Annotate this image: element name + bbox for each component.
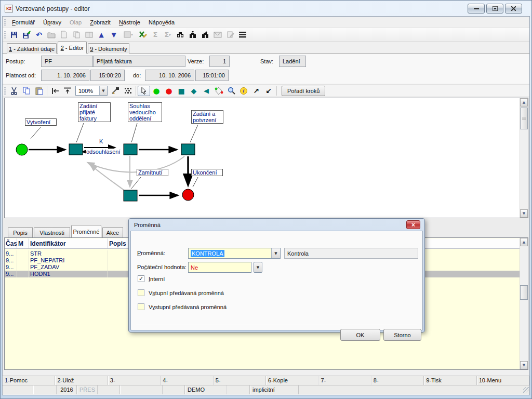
- tab-vlastnosti[interactable]: Vlastnosti: [34, 227, 70, 237]
- scrollbar-thumb[interactable]: [520, 285, 528, 300]
- decision-node-icon[interactable]: ◆: [188, 86, 200, 96]
- platnost-od-time-field[interactable]: 15:00:20: [90, 70, 125, 81]
- title-bar[interactable]: KZ Verzované postupy - editor: [3, 1, 529, 16]
- save-icon[interactable]: [8, 30, 20, 40]
- workflow-canvas[interactable]: Vytvoření Zadání přijaté faktury Souhlas…: [4, 98, 528, 218]
- node-label-vytvoreni[interactable]: Vytvoření: [25, 118, 57, 126]
- close-icon[interactable]: ×: [406, 220, 420, 229]
- start-node-icon[interactable]: ●: [150, 86, 163, 96]
- align-top-icon[interactable]: [61, 86, 74, 96]
- undo-icon[interactable]: ↶: [33, 30, 45, 40]
- platnost-do-time-field[interactable]: 15:01:00: [195, 70, 229, 81]
- verze-field[interactable]: 1: [209, 56, 230, 67]
- scroll-down-icon[interactable]: ▼: [520, 361, 528, 369]
- zoom-tool-icon[interactable]: [225, 86, 237, 96]
- tab-akce[interactable]: Akce: [102, 227, 123, 237]
- restore-button[interactable]: [486, 4, 503, 14]
- fkey-7[interactable]: 7-: [318, 376, 371, 385]
- subprocess-node-icon[interactable]: ◀: [200, 86, 212, 96]
- link-forward-icon[interactable]: ↗: [250, 86, 262, 96]
- copy-icon[interactable]: [20, 86, 33, 96]
- vstupni-checkbox[interactable]: [138, 289, 144, 296]
- chevron-down-icon[interactable]: ▼: [254, 262, 262, 273]
- start-node[interactable]: [16, 144, 28, 155]
- save-as-icon[interactable]: [20, 30, 33, 40]
- properties-icon[interactable]: [109, 86, 122, 96]
- stav-field[interactable]: Ladění: [279, 56, 306, 67]
- tab-promenne[interactable]: Proměnné: [71, 225, 101, 237]
- condition-node-icon[interactable]: [212, 86, 225, 96]
- tab-zakladni-udaje[interactable]: 1 - Základní údaje: [7, 43, 57, 54]
- bitmap-icon[interactable]: [122, 86, 134, 96]
- diagram-scrollbar[interactable]: ▲ ▼: [520, 98, 528, 218]
- tab-popis[interactable]: Popis: [8, 227, 33, 237]
- promenna-dialog[interactable]: Proměnná × Proměnná: KONTROLA ▼ Kontrola…: [128, 218, 425, 332]
- fkey-10[interactable]: 10-Menu: [477, 376, 529, 385]
- edge-label-odsouhlaseni[interactable]: odsouhlasení: [86, 149, 121, 155]
- select-cursor-icon[interactable]: [138, 86, 150, 96]
- activity-node-zadani[interactable]: [69, 144, 83, 155]
- end-node[interactable]: [182, 189, 194, 201]
- ok-button[interactable]: OK: [340, 329, 380, 341]
- platnost-do-date-field[interactable]: 10. 10. 2006: [145, 70, 194, 81]
- promenna-combo[interactable]: KONTROLA ▼: [188, 248, 281, 259]
- find-next-icon[interactable]: [187, 30, 199, 40]
- find-prev-icon[interactable]: [199, 30, 211, 40]
- cut-icon[interactable]: [8, 86, 20, 96]
- scroll-up-icon[interactable]: ▲: [520, 98, 528, 107]
- scroll-down-icon[interactable]: ▼: [520, 209, 528, 218]
- fkey-1[interactable]: 1-Pomoc: [3, 376, 55, 385]
- close-button[interactable]: [505, 4, 522, 14]
- menu-item-napoveda[interactable]: Nápověda: [144, 18, 179, 27]
- menu-item-zobrazit[interactable]: Zobrazit: [86, 18, 115, 27]
- tab-editor[interactable]: 2 - Editor: [58, 42, 87, 54]
- minimize-button[interactable]: [468, 4, 485, 14]
- platnost-od-date-field[interactable]: 1. 10. 2006: [41, 70, 89, 81]
- scrollbar-thumb[interactable]: [520, 108, 528, 129]
- end-node-icon[interactable]: ●: [163, 86, 175, 96]
- zoom-select[interactable]: 100% ▼: [75, 86, 108, 96]
- dialog-title-bar[interactable]: Proměnná ×: [129, 219, 424, 231]
- postup-code-field[interactable]: PF: [41, 56, 93, 67]
- tab-dokumenty[interactable]: 9 - Dokumenty: [88, 43, 129, 54]
- menu-item-upravy[interactable]: Úpravy: [39, 18, 65, 27]
- move-down-icon[interactable]: ▼: [108, 30, 120, 40]
- fkey-9[interactable]: 9-Tisk: [424, 376, 476, 385]
- column-header-m[interactable]: M: [17, 238, 29, 248]
- fkey-8[interactable]: 8-: [371, 376, 424, 385]
- fkey-5[interactable]: 5-: [214, 376, 266, 385]
- node-label-zadani-prijate[interactable]: Zadání přijaté faktury: [78, 102, 111, 122]
- activity-node-icon[interactable]: ■: [175, 86, 188, 96]
- hodnota-combo[interactable]: Ne: [188, 262, 251, 273]
- fkey-2[interactable]: 2-Ulož: [55, 376, 108, 385]
- interni-checkbox[interactable]: ✓: [138, 275, 144, 282]
- node-label-zamitnuti[interactable]: Zamítnutí: [137, 169, 168, 176]
- move-up-icon[interactable]: ▲: [95, 30, 108, 40]
- column-header-identifikator[interactable]: Identifikátor: [29, 238, 108, 248]
- chevron-down-icon[interactable]: ▼: [271, 248, 280, 258]
- chevron-down-icon[interactable]: ▼: [99, 86, 107, 95]
- node-label-souhlas[interactable]: Souhlas vedoucího oddělení: [128, 102, 162, 122]
- menu-item-nastroje[interactable]: Nástroje: [115, 18, 144, 27]
- node-label-zadani-potvrzeni[interactable]: Zadání a potvrzení: [191, 110, 223, 124]
- activity-node-zamitnuti[interactable]: [124, 190, 137, 201]
- storno-button[interactable]: Storno: [383, 329, 421, 341]
- node-label-ukonceni[interactable]: Ukončení: [191, 169, 223, 176]
- fkey-6[interactable]: 6-Kopie: [266, 376, 318, 385]
- activity-node-potvrzeni[interactable]: [181, 144, 195, 155]
- menu-item-formular[interactable]: Formulář: [8, 18, 39, 27]
- panel-scrollbar[interactable]: ▲ ▼: [520, 238, 528, 369]
- info-tool-icon[interactable]: i: [237, 86, 250, 96]
- find-icon[interactable]: [174, 30, 187, 40]
- link-back-icon[interactable]: ↙: [262, 86, 275, 96]
- scroll-up-icon[interactable]: ▲: [520, 238, 528, 246]
- vystupni-checkbox[interactable]: [138, 303, 144, 310]
- excel-edit-icon[interactable]: [137, 30, 149, 40]
- align-edge-icon[interactable]: [49, 86, 61, 96]
- fkey-4[interactable]: 4-: [161, 376, 213, 385]
- activity-node-souhlas[interactable]: [124, 144, 137, 155]
- postup-name-field[interactable]: Přijatá faktura: [93, 56, 185, 67]
- menu-list-icon[interactable]: [236, 30, 249, 40]
- column-header-cas[interactable]: Čas: [5, 238, 17, 248]
- order-steps-button[interactable]: Pořadí kroků: [282, 86, 325, 96]
